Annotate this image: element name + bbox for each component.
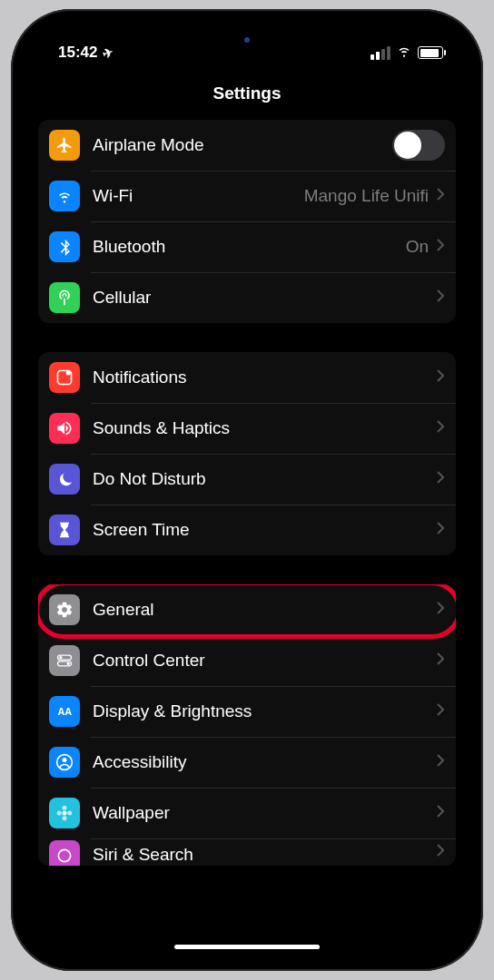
settings-row-notifications[interactable]: Notifications — [38, 352, 456, 403]
notch — [143, 22, 351, 53]
settings-row-wallpaper[interactable]: Wallpaper — [38, 788, 456, 838]
switches-icon — [49, 645, 80, 676]
svg-point-10 — [63, 806, 67, 810]
speaker-icon — [49, 413, 80, 444]
svg-point-12 — [57, 811, 62, 816]
page-title: Settings — [24, 71, 470, 120]
svg-text:AA: AA — [58, 706, 73, 717]
hourglass-icon — [49, 514, 80, 545]
battery-icon — [418, 46, 443, 59]
svg-point-5 — [67, 662, 70, 665]
chevron-right-icon — [436, 368, 445, 387]
settings-row-sounds[interactable]: Sounds & Haptics — [38, 403, 456, 454]
settings-group: GeneralControl CenterAADisplay & Brightn… — [38, 584, 456, 866]
row-label: Cellular — [93, 288, 436, 308]
row-label: Accessibility — [93, 752, 436, 772]
chevron-right-icon — [436, 753, 445, 771]
home-indicator[interactable] — [174, 945, 320, 949]
chevron-right-icon — [436, 521, 445, 539]
row-value: Mango Life Unifi — [304, 186, 429, 206]
gear-icon — [49, 594, 80, 625]
row-label: Do Not Disturb — [93, 469, 436, 489]
svg-point-13 — [67, 811, 72, 816]
settings-group: Airplane ModeWi-FiMango Life UnifiBlueto… — [38, 120, 456, 323]
aa-icon: AA — [49, 696, 80, 727]
person-icon — [49, 747, 80, 778]
svg-point-3 — [59, 656, 62, 659]
chevron-right-icon — [436, 652, 445, 670]
settings-row-airplane[interactable]: Airplane Mode — [38, 120, 456, 171]
chevron-right-icon — [436, 238, 445, 256]
cellular-signal-icon — [370, 46, 390, 60]
settings-group: NotificationsSounds & HapticsDo Not Dist… — [38, 352, 456, 555]
svg-point-11 — [63, 816, 67, 820]
settings-row-dnd[interactable]: Do Not Disturb — [38, 454, 456, 505]
settings-row-general[interactable]: General — [38, 584, 456, 635]
airplane-icon — [49, 130, 80, 161]
row-label: Screen Time — [93, 520, 436, 540]
chevron-right-icon — [436, 419, 445, 437]
row-label: Control Center — [93, 651, 436, 671]
row-label: Display & Brightness — [93, 701, 436, 721]
toggle-switch[interactable] — [392, 130, 445, 161]
row-label: Notifications — [93, 368, 436, 387]
chevron-right-icon — [436, 187, 445, 205]
chevron-right-icon — [436, 804, 445, 822]
settings-row-siri[interactable]: Siri & Search — [38, 838, 456, 866]
svg-point-8 — [63, 758, 67, 762]
row-label: Wallpaper — [93, 803, 436, 823]
settings-row-accessibility[interactable]: Accessibility — [38, 737, 456, 788]
settings-row-wifi[interactable]: Wi-FiMango Life Unifi — [38, 171, 456, 221]
chevron-right-icon — [436, 289, 445, 307]
highlight-annotation: General — [38, 584, 456, 635]
settings-row-display[interactable]: AADisplay & Brightness — [38, 686, 456, 737]
svg-point-9 — [63, 811, 67, 816]
settings-row-controlcenter[interactable]: Control Center — [38, 635, 456, 686]
row-label: Airplane Mode — [93, 135, 392, 155]
bell-icon — [49, 362, 80, 393]
settings-row-screentime[interactable]: Screen Time — [38, 505, 456, 555]
settings-row-bluetooth[interactable]: BluetoothOn — [38, 221, 456, 272]
chevron-right-icon — [436, 601, 445, 619]
flower-icon — [49, 798, 80, 828]
chevron-right-icon — [436, 702, 445, 720]
row-value: On — [406, 237, 429, 257]
row-label: Bluetooth — [93, 237, 406, 257]
wifi-icon — [49, 181, 80, 211]
status-time: 15:42 — [58, 44, 97, 62]
chevron-right-icon — [436, 843, 445, 861]
location-icon: ✈ — [101, 44, 116, 61]
siri-icon — [49, 840, 80, 866]
settings-row-cellular[interactable]: Cellular — [38, 272, 456, 323]
bluetooth-icon — [49, 231, 80, 262]
screen: 15:42 ✈ Settings Airplane ModeWi-FiMango… — [24, 22, 470, 958]
row-label: Siri & Search — [93, 845, 436, 865]
row-label: Sounds & Haptics — [93, 418, 436, 438]
moon-icon — [49, 464, 80, 495]
svg-point-1 — [66, 371, 71, 376]
wifi-status-icon — [396, 43, 412, 64]
row-label: Wi-Fi — [93, 186, 304, 206]
chevron-right-icon — [436, 470, 445, 488]
phone-frame: 15:42 ✈ Settings Airplane ModeWi-FiMango… — [11, 9, 483, 971]
row-label: General — [93, 600, 436, 620]
svg-point-14 — [58, 849, 70, 861]
antenna-icon — [49, 282, 80, 313]
